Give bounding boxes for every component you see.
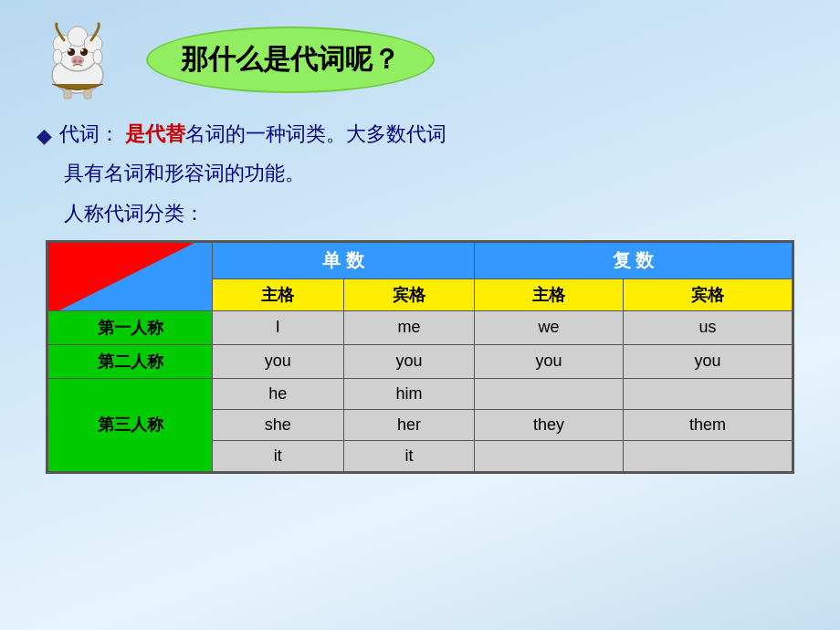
sheep-character [37,18,119,100]
table: 单 数 复 数 主格 宾格 主格 宾格 第一人称 I me we us [47,242,793,472]
cell-2-s-obj: you [343,344,475,378]
svg-point-11 [79,60,82,63]
svg-point-10 [73,60,77,63]
svg-point-13 [93,49,102,64]
singular-header: 单 数 [213,242,475,278]
corner-cell [48,242,213,310]
cell-1-p-obj: us [623,310,792,344]
table-row: 第二人称 you you you you [48,344,793,378]
table-header-row1: 单 数 复 数 [48,242,793,278]
plural-header: 复 数 [475,242,793,278]
def-line2-text: 具有名词和形容词的功能。 [64,156,305,190]
person-label-2: 第二人称 [48,344,213,378]
svg-point-7 [68,49,71,52]
cell-3c-p-subj [475,440,624,471]
svg-rect-15 [84,89,91,99]
cell-3a-p-obj [623,378,792,409]
cell-2-p-subj: you [475,344,624,378]
cell-3c-s-obj: it [343,440,475,471]
person-label-1: 第一人称 [48,310,213,344]
cell-3a-p-subj [475,378,624,409]
obj-header-s: 宾格 [343,278,475,310]
person-label-3: 第三人称 [48,378,213,471]
def-prefix: 代词： [59,122,120,145]
cell-1-s-subj: I [213,310,344,344]
def-highlight: 是代替 [125,122,185,145]
cell-3a-s-subj: he [213,378,344,409]
definition-line2: 具有名词和形容词的功能。 [64,156,803,190]
slide: 那什么是代词呢？ ◆ 代词： 是代替名词的一种词类。大多数代词 具有名词和形容词… [0,0,840,630]
def-rest: 名词的一种词类。大多数代词 [185,122,446,145]
svg-point-8 [81,49,84,52]
cell-3b-s-obj: her [343,409,475,440]
cell-2-s-subj: you [213,344,344,378]
cell-1-s-obj: me [343,310,475,344]
cell-3b-p-obj: them [623,409,792,440]
cell-2-p-obj: you [623,344,792,378]
bullet-icon: ◆ [37,119,52,152]
sub-title: 人称代词分类： [64,200,803,227]
cell-3a-s-obj: him [343,378,475,409]
speech-bubble: 那什么是代词呢？ [146,26,435,93]
cell-3c-p-obj [623,440,792,471]
definition-line: ◆ 代词： 是代替名词的一种词类。大多数代词 [37,117,803,152]
svg-point-9 [71,56,84,65]
pronoun-table: 单 数 复 数 主格 宾格 主格 宾格 第一人称 I me we us [46,240,794,474]
svg-rect-14 [64,89,71,99]
cell-1-p-subj: we [475,310,624,344]
obj-header-p: 宾格 [623,278,792,310]
body-text: ◆ 代词： 是代替名词的一种词类。大多数代词 具有名词和形容词的功能。 [37,117,803,191]
cell-3b-s-subj: she [213,409,344,440]
definition-text: 代词： 是代替名词的一种词类。大多数代词 [59,117,446,151]
cell-3b-p-subj: they [475,409,624,440]
speech-bubble-text: 那什么是代词呢？ [181,44,400,74]
table-row: 第三人称 he him [48,378,793,409]
subj-header-p: 主格 [475,278,624,310]
header-area: 那什么是代词呢？ [37,18,803,100]
subj-header-s: 主格 [213,278,344,310]
svg-point-12 [53,49,62,64]
cell-3c-s-subj: it [213,440,344,471]
table-row: 第一人称 I me we us [48,310,793,344]
